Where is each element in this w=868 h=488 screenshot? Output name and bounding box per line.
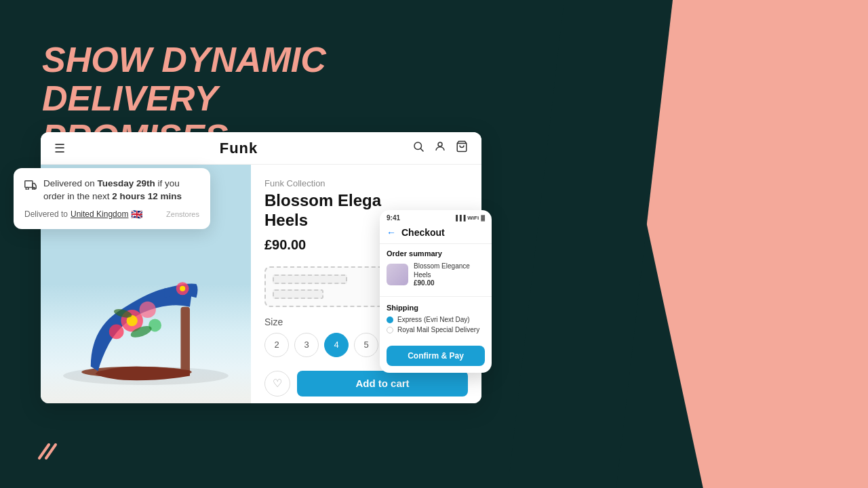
shipping-option-royal-mail[interactable]: Royal Mail Special Delivery — [387, 326, 485, 333]
shipping-section: Shipping Express (Evri Next Day) Royal M… — [380, 300, 492, 340]
logo-icon — [34, 438, 61, 465]
shipping-title: Shipping — [387, 304, 485, 312]
user-icon[interactable] — [434, 140, 446, 156]
order-item-price: £90.00 — [414, 279, 485, 287]
shipping-option-1-name: Express (Evri Next Day) — [397, 316, 470, 323]
wishlist-button[interactable]: ♡ — [264, 371, 290, 396]
delivered-to-label: Delivered to — [24, 209, 68, 219]
shipping-option-express[interactable]: Express (Evri Next Day) — [387, 316, 485, 323]
delivery-truck-icon — [24, 179, 37, 192]
delivery-estimate-placeholder — [264, 266, 387, 307]
svg-point-2 — [414, 142, 422, 150]
order-thumb — [387, 264, 408, 285]
uk-flag-icon: 🇬🇧 — [131, 209, 142, 220]
shipping-option-2-name: Royal Mail Special Delivery — [397, 326, 479, 333]
add-to-cart-button[interactable]: Add to cart — [297, 371, 468, 396]
svg-rect-18 — [25, 181, 33, 188]
svg-point-17 — [180, 286, 185, 291]
search-icon[interactable] — [412, 140, 425, 156]
mobile-checkout-title: Checkout — [401, 227, 445, 238]
delivery-footer-left: Delivered to United Kingdom 🇬🇧 — [24, 209, 142, 220]
battery-icon: ▓ — [481, 215, 485, 221]
delivery-text: Delivered on Tuesday 29th if you order i… — [43, 178, 199, 203]
svg-rect-7 — [180, 307, 190, 376]
placeholder-line-1 — [273, 274, 347, 284]
mobile-checkout: 9:41 ▐▐▐ WiFi ▓ ← Checkout Order summary… — [380, 210, 492, 373]
svg-point-19 — [26, 188, 28, 190]
size-btn-2[interactable]: 2 — [264, 333, 289, 357]
svg-point-4 — [438, 142, 442, 146]
mobile-divider — [380, 296, 492, 297]
svg-point-12 — [109, 325, 124, 340]
mobile-status-bar: 9:41 ▐▐▐ WiFi ▓ — [380, 210, 492, 223]
mobile-time: 9:41 — [387, 214, 400, 222]
hamburger-icon[interactable]: ☰ — [54, 141, 65, 156]
mobile-header: ← Checkout — [380, 223, 492, 244]
order-item-info: Blossom Elegance Heels £90.00 — [414, 262, 485, 287]
size-btn-5[interactable]: 5 — [354, 333, 378, 357]
size-btn-4[interactable]: 4 — [324, 333, 349, 357]
confirm-pay-button[interactable]: Confirm & Pay — [387, 346, 485, 366]
size-btn-3[interactable]: 3 — [294, 333, 319, 357]
svg-line-3 — [420, 148, 423, 151]
country-link[interactable]: United Kingdom — [71, 209, 128, 219]
order-summary-title: Order summary — [387, 249, 485, 258]
zenstores-label: Zenstores — [166, 210, 199, 218]
shipping-radio-selected — [387, 317, 393, 323]
product-actions: ♡ Add to cart — [264, 371, 468, 396]
shipping-radio-empty — [387, 327, 393, 333]
order-item-name: Blossom Elegance Heels — [414, 262, 485, 279]
delivery-footer: Delivered to United Kingdom 🇬🇧 Zenstores — [24, 209, 199, 220]
order-item: Blossom Elegance Heels £90.00 — [387, 262, 485, 287]
cart-icon[interactable] — [456, 140, 468, 156]
mobile-order-summary-section: Order summary Blossom Elegance Heels £90… — [380, 244, 492, 293]
mobile-back-button[interactable]: ← — [387, 227, 396, 238]
product-collection: Funk Collection — [264, 178, 468, 188]
browser-icons — [412, 140, 468, 156]
wifi-icon: WiFi — [467, 215, 479, 221]
delivery-popup-top: Delivered on Tuesday 29th if you order i… — [24, 178, 199, 203]
mobile-status-icons: ▐▐▐ WiFi ▓ — [454, 215, 485, 221]
placeholder-line-2 — [273, 289, 323, 299]
svg-point-11 — [140, 302, 156, 318]
browser-logo: Funk — [220, 140, 258, 157]
signal-icon: ▐▐▐ — [454, 215, 465, 221]
delivery-popup: Delivered on Tuesday 29th if you order i… — [14, 168, 210, 229]
order-thumb-image — [387, 264, 408, 285]
bottom-logo — [34, 438, 61, 468]
browser-header: ☰ Funk — [41, 132, 481, 165]
